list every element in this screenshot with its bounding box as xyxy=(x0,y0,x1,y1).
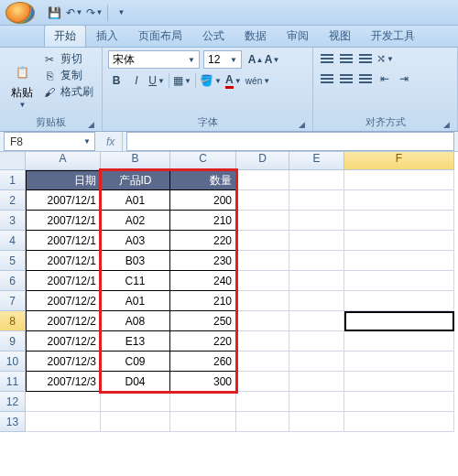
cell[interactable] xyxy=(289,170,344,190)
decrease-indent-button[interactable]: ⇤ xyxy=(376,70,393,87)
cell[interactable]: 2007/12/1 xyxy=(26,271,101,291)
cell[interactable]: 2007/12/2 xyxy=(26,291,101,311)
grow-font-button[interactable]: A▲ xyxy=(247,51,264,68)
cell[interactable] xyxy=(344,190,454,211)
italic-button[interactable]: I xyxy=(128,72,145,89)
cell[interactable]: 2007/12/3 xyxy=(26,352,101,372)
qat-customize-icon[interactable]: ▼ xyxy=(114,5,128,20)
cell[interactable] xyxy=(236,291,289,311)
row-header[interactable]: 2 xyxy=(0,190,26,211)
cell[interactable] xyxy=(236,412,289,432)
align-bottom-button[interactable] xyxy=(357,50,374,67)
cell[interactable]: A01 xyxy=(101,190,170,211)
cell[interactable]: 2007/12/2 xyxy=(26,311,101,331)
row-header[interactable]: 6 xyxy=(0,271,26,291)
cell[interactable]: A08 xyxy=(101,311,170,331)
phonetic-button[interactable]: wén▼ xyxy=(245,72,270,89)
bold-button[interactable]: B xyxy=(108,72,125,89)
cell[interactable] xyxy=(289,331,344,352)
row-header[interactable]: 8 xyxy=(0,311,26,331)
undo-icon[interactable]: ↶▼ xyxy=(67,5,82,20)
cell[interactable]: 2007/12/1 xyxy=(26,231,101,251)
cell[interactable] xyxy=(344,311,454,331)
tab-formulas[interactable]: 公式 xyxy=(192,25,234,47)
col-header-E[interactable]: E xyxy=(289,152,344,170)
cell[interactable] xyxy=(236,170,289,190)
row-header[interactable]: 5 xyxy=(0,251,26,271)
cell[interactable] xyxy=(289,271,344,291)
cell[interactable] xyxy=(101,392,170,412)
cell[interactable] xyxy=(289,311,344,331)
tab-review[interactable]: 审阅 xyxy=(277,25,319,47)
align-left-button[interactable] xyxy=(319,70,335,87)
row-header[interactable]: 7 xyxy=(0,291,26,311)
redo-icon[interactable]: ↷▼ xyxy=(87,5,102,20)
border-button[interactable]: ▦▼ xyxy=(173,72,191,89)
cell[interactable] xyxy=(236,352,289,372)
tab-data[interactable]: 数据 xyxy=(234,25,277,47)
cell[interactable] xyxy=(344,412,454,432)
cell[interactable] xyxy=(289,231,344,251)
row-header[interactable]: 3 xyxy=(0,211,26,231)
copy-button[interactable]: ⎘复制 xyxy=(42,68,93,83)
dialog-launcher-icon[interactable]: ◢ xyxy=(299,120,305,129)
cell[interactable] xyxy=(236,392,289,412)
col-header-C[interactable]: C xyxy=(170,152,236,170)
cell[interactable] xyxy=(236,231,289,251)
increase-indent-button[interactable]: ⇥ xyxy=(396,70,412,87)
cell[interactable] xyxy=(344,331,454,352)
cell[interactable] xyxy=(289,352,344,372)
formula-input[interactable] xyxy=(126,132,454,151)
tab-insert[interactable]: 插入 xyxy=(86,25,128,47)
format-painter-button[interactable]: 🖌格式刷 xyxy=(42,84,93,100)
cell[interactable] xyxy=(289,211,344,231)
align-right-button[interactable] xyxy=(357,70,374,87)
dialog-launcher-icon[interactable]: ◢ xyxy=(88,120,94,129)
cell[interactable]: 220 xyxy=(170,331,236,352)
table-header-cell[interactable]: 日期 xyxy=(26,170,101,190)
cell[interactable]: A03 xyxy=(101,231,170,251)
cell[interactable] xyxy=(289,291,344,311)
fill-color-button[interactable]: 🪣▼ xyxy=(200,72,222,89)
row-header[interactable]: 1 xyxy=(0,170,26,190)
dialog-launcher-icon[interactable]: ◢ xyxy=(443,120,450,129)
col-header-B[interactable]: B xyxy=(101,152,170,170)
cell[interactable] xyxy=(344,251,454,271)
row-header[interactable]: 10 xyxy=(0,352,26,372)
cell[interactable]: 300 xyxy=(170,372,236,392)
cell[interactable] xyxy=(26,392,101,412)
cell[interactable] xyxy=(236,311,289,331)
col-header-D[interactable]: D xyxy=(236,152,289,170)
tab-page-layout[interactable]: 页面布局 xyxy=(128,25,192,47)
align-center-button[interactable] xyxy=(338,70,354,87)
select-all-corner[interactable] xyxy=(0,152,26,170)
name-box[interactable]: F8▼ xyxy=(4,132,95,151)
col-header-A[interactable]: A xyxy=(26,152,101,170)
cell[interactable]: D04 xyxy=(101,372,170,392)
cell[interactable]: 230 xyxy=(170,251,236,271)
worksheet-grid[interactable]: A B C D E F 1 日期 产品ID 数量 22007/12/1A0120… xyxy=(0,152,458,432)
shrink-font-button[interactable]: A▼ xyxy=(264,51,280,68)
row-header[interactable]: 13 xyxy=(0,412,26,432)
cell[interactable] xyxy=(236,271,289,291)
cell[interactable] xyxy=(344,291,454,311)
cell[interactable]: 2007/12/1 xyxy=(26,190,101,211)
cell[interactable] xyxy=(344,352,454,372)
cell[interactable] xyxy=(236,190,289,211)
save-icon[interactable]: 💾 xyxy=(47,5,61,20)
cell[interactable] xyxy=(170,392,236,412)
cell[interactable] xyxy=(289,372,344,392)
cell[interactable]: 210 xyxy=(170,211,236,231)
cell[interactable]: 2007/12/1 xyxy=(26,211,101,231)
cell[interactable]: A01 xyxy=(101,291,170,311)
cell[interactable]: 210 xyxy=(170,291,236,311)
paste-button[interactable]: 📋 粘贴 ▼ xyxy=(5,50,38,111)
cell[interactable] xyxy=(170,412,236,432)
orientation-button[interactable]: ⤭▼ xyxy=(376,50,394,67)
cell[interactable]: C11 xyxy=(101,271,170,291)
cell[interactable] xyxy=(344,372,454,392)
cell[interactable] xyxy=(344,271,454,291)
font-size-combo[interactable]: 12▼ xyxy=(203,50,242,69)
cell[interactable]: 250 xyxy=(170,311,236,331)
cell[interactable]: 260 xyxy=(170,352,236,372)
